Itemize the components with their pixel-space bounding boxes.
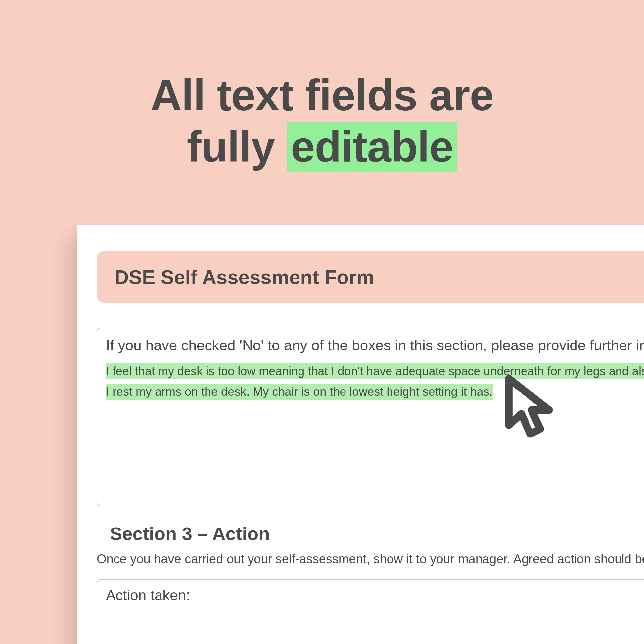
response-answer-wrap[interactable]: I feel that my desk is too low meaning t… — [106, 361, 644, 402]
document-card: DSE Self Assessment Form If you have che… — [77, 225, 644, 644]
form-title: DSE Self Assessment Form — [115, 266, 374, 289]
section-3-heading: Section 3 – Action — [110, 523, 270, 544]
promo-headline: All text fields arefully editable — [0, 69, 644, 173]
response-textarea[interactable]: If you have checked 'No' to any of the b… — [97, 328, 644, 506]
response-answer[interactable]: I feel that my desk is too low meaning t… — [106, 363, 644, 400]
form-title-bar: DSE Self Assessment Form — [97, 251, 644, 303]
action-taken-label: Action taken: — [106, 587, 644, 604]
action-taken-textarea[interactable]: Action taken: — [97, 579, 644, 644]
response-prompt: If you have checked 'No' to any of the b… — [106, 336, 644, 355]
headline-highlight: editable — [287, 122, 457, 172]
section-3-note: Once you have carried out your self-asse… — [97, 552, 644, 566]
